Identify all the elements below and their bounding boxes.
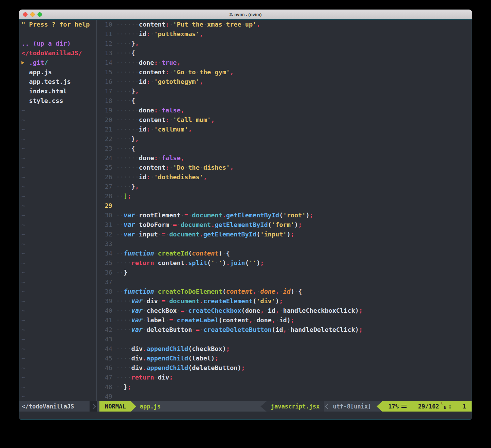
- file-item-indexhtml[interactable]: index.html: [19, 87, 96, 96]
- code-line[interactable]: 23····{: [97, 144, 472, 153]
- window-title: 2. nvim . (nvim): [229, 12, 262, 17]
- code-line-text: ······done:·false,: [116, 106, 185, 115]
- code-line[interactable]: 15······content:·'Go·to·the·gym',: [97, 67, 472, 77]
- code-line[interactable]: 27····},: [97, 182, 472, 191]
- line-number: 13: [97, 48, 112, 58]
- dir-up-item[interactable]: .. (up a dir): [19, 39, 96, 48]
- dir-item-git[interactable]: .git/: [19, 58, 96, 67]
- statusline-lead: [97, 401, 99, 412]
- line-number: 25: [97, 163, 112, 172]
- empty-buffer-tilde: ~: [19, 153, 96, 163]
- code-line[interactable]: 25······content:·'Do·the·dishes',: [97, 163, 472, 172]
- line-number: 14: [97, 58, 112, 67]
- empty-buffer-tilde: ~: [19, 344, 96, 354]
- code-line-text: ····var·checkBox·=·createCheckbox(done,·…: [116, 306, 363, 315]
- command-line[interactable]: [19, 412, 472, 419]
- title-bar[interactable]: 2. nvim . (nvim): [19, 10, 472, 19]
- code-line[interactable]: 26······id:·'dothedishes',: [97, 172, 472, 182]
- line-number: 34: [97, 249, 112, 258]
- code-line[interactable]: 33: [97, 239, 472, 249]
- file-item-stylecss[interactable]: style.css: [19, 96, 96, 106]
- code-line[interactable]: 44····div.appendChild(checkBox);: [97, 344, 472, 354]
- close-button-icon[interactable]: [23, 12, 28, 17]
- code-line[interactable]: 43: [97, 335, 472, 344]
- code-line-text: ······id:·'callmum',: [116, 125, 192, 134]
- line-number: 24: [97, 153, 112, 163]
- code-line[interactable]: 31··var·toDoForm·=·document.getElementBy…: [97, 220, 472, 230]
- line-number: 31: [97, 220, 112, 230]
- code-line[interactable]: 40····var·checkBox·=·createCheckbox(done…: [97, 306, 472, 315]
- code-buffer[interactable]: 10······content:·'Put·the·xmas·tree·up',…: [97, 20, 472, 401]
- file-item-apptestjs[interactable]: app.test.js: [19, 77, 96, 87]
- cursor-column: 1: [463, 401, 466, 412]
- code-line[interactable]: 19······done:·false,: [97, 106, 472, 115]
- line-number: 30: [97, 211, 112, 220]
- code-line[interactable]: 12····},: [97, 39, 472, 48]
- code-line[interactable]: 11······id:·'putthexmas',: [97, 29, 472, 39]
- code-line-text: ··};: [116, 382, 131, 392]
- file-item-appjs[interactable]: app.js: [19, 67, 96, 77]
- chevron-right-icon: [91, 404, 95, 409]
- code-line[interactable]: 45····div.appendChild(label);: [97, 354, 472, 363]
- line-number: 32: [97, 230, 112, 239]
- code-line[interactable]: 24······done:·false,: [97, 153, 472, 163]
- line-number-icon: L N: [441, 403, 446, 410]
- line-number: 12: [97, 39, 112, 48]
- code-line[interactable]: 32··var·input·=·document.getElementById(…: [97, 230, 472, 239]
- code-line-text: ······id:·'dothedishes',: [116, 172, 207, 182]
- code-line[interactable]: 35····return·content.split('·').join('')…: [97, 258, 472, 268]
- code-line[interactable]: 17····},: [97, 87, 472, 96]
- code-line[interactable]: 22····},: [97, 134, 472, 144]
- code-line[interactable]: 28··];: [97, 191, 472, 201]
- line-number: 17: [97, 87, 112, 96]
- empty-buffer-tilde: ~: [19, 363, 96, 373]
- zoom-button-icon[interactable]: [37, 12, 42, 17]
- empty-buffer-tilde: ~: [19, 172, 96, 182]
- code-line[interactable]: 20······content:·'Call·mum',: [97, 115, 472, 125]
- code-line-text: ··function·createToDoElement(content,·do…: [116, 287, 302, 296]
- line-number: 47: [97, 373, 112, 382]
- code-line-text: ····},: [116, 182, 139, 191]
- code-line-text: ······id:·'gotothegym',: [116, 77, 203, 87]
- code-line-text: ··var·input·=·document.getElementById('i…: [116, 230, 295, 239]
- code-line-text: ····{: [116, 96, 135, 106]
- line-number: 41: [97, 315, 112, 325]
- line-number: 18: [97, 96, 112, 106]
- code-line[interactable]: 42····var·deleteButton·=·createDeleteBut…: [97, 325, 472, 335]
- status-line: </todoVanillaJS NORMAL app.js javascript…: [19, 401, 472, 412]
- code-line[interactable]: 38··function·createToDoElement(content,·…: [97, 287, 472, 296]
- empty-buffer-tilde: ~: [19, 115, 96, 125]
- code-line[interactable]: 21······id:·'callmum',: [97, 125, 472, 134]
- code-line-text: ··function·createId(content)·{: [116, 249, 230, 258]
- code-line[interactable]: 13····{: [97, 48, 472, 58]
- empty-buffer-tilde: ~: [19, 268, 96, 277]
- code-line[interactable]: 29: [97, 201, 472, 211]
- code-line[interactable]: 49: [97, 392, 472, 401]
- code-line[interactable]: 41····var·label·=·createLabel(content,·d…: [97, 315, 472, 325]
- code-line[interactable]: 39····var·div·=·document.createElement('…: [97, 296, 472, 306]
- code-line[interactable]: 30··var·rootElement·=·document.getElemen…: [97, 211, 472, 220]
- code-line[interactable]: 48··};: [97, 382, 472, 392]
- code-line[interactable]: 36··}: [97, 268, 472, 277]
- powerline-arrow-right-icon: [131, 401, 136, 412]
- code-line[interactable]: 14······done:·true,: [97, 58, 472, 67]
- line-number: 16: [97, 77, 112, 87]
- netrw-help-line: " Press ? for help: [19, 20, 96, 29]
- minimize-button-icon[interactable]: [30, 12, 35, 17]
- empty-buffer-tilde: ~: [19, 134, 96, 144]
- code-line-text: ··var·toDoForm·=·document.getElementById…: [116, 220, 302, 230]
- tree-root-item[interactable]: </todoVanillaJS/: [19, 48, 96, 58]
- code-line[interactable]: 16······id:·'gotothegym',: [97, 77, 472, 87]
- code-line[interactable]: 37: [97, 277, 472, 287]
- empty-buffer-tilde: ~: [19, 258, 96, 268]
- code-line[interactable]: 47····return·div;: [97, 373, 472, 382]
- code-line[interactable]: 10······content:·'Put·the·xmas·tree·up',: [97, 20, 472, 29]
- empty-buffer-tilde: ~: [19, 182, 96, 191]
- code-line[interactable]: 34··function·createId(content)·{: [97, 249, 472, 258]
- editor-split: " Press ? for help.. (up a dir)</todoVan…: [19, 20, 472, 401]
- code-line[interactable]: 18····{: [97, 96, 472, 106]
- netrw-file-explorer: " Press ? for help.. (up a dir)</todoVan…: [19, 20, 96, 401]
- code-line-text: ······content:·'Put·the·xmas·tree·up',: [116, 20, 260, 29]
- line-number: 33: [97, 239, 112, 249]
- code-line[interactable]: 46····div.appendChild(deleteButton);: [97, 363, 472, 373]
